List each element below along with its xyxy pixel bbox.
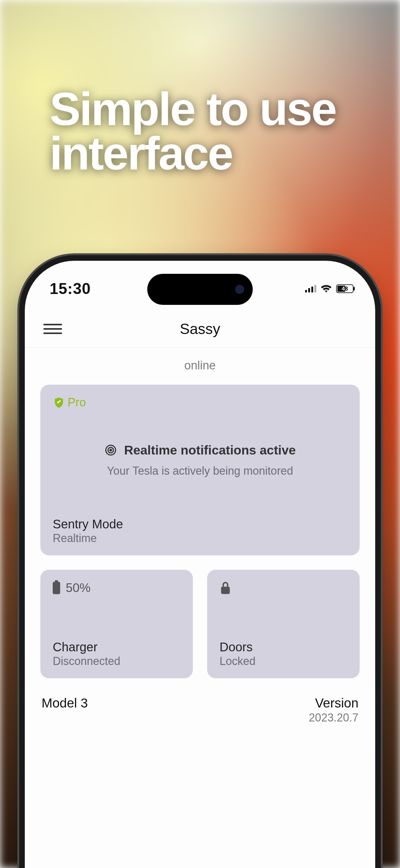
app-screen: 15:30 48 Sassy online xyxy=(25,261,375,868)
lock-icon xyxy=(220,581,231,594)
phone-frame: 15:30 48 Sassy online xyxy=(25,261,375,868)
version-label: Version xyxy=(309,696,359,711)
svg-rect-3 xyxy=(314,285,316,292)
battery-percent: 50% xyxy=(66,581,91,595)
target-icon xyxy=(104,444,117,457)
charger-status: Disconnected xyxy=(53,655,180,668)
hamburger-icon xyxy=(43,324,62,326)
notification-title: Realtime notifications active xyxy=(124,443,296,458)
dynamic-island xyxy=(147,274,253,305)
vehicle-footer: Model 3 Version 2023.20.7 xyxy=(40,678,360,724)
app-bar: Sassy xyxy=(25,310,375,348)
charger-card[interactable]: 50% Charger Disconnected xyxy=(40,570,193,678)
svg-rect-0 xyxy=(305,290,307,292)
doors-card[interactable]: Doors Locked xyxy=(207,570,360,678)
menu-button[interactable] xyxy=(43,320,62,338)
svg-point-6 xyxy=(110,449,112,451)
status-time: 15:30 xyxy=(49,280,91,298)
sentry-card-sub: Realtime xyxy=(53,532,347,545)
wifi-icon xyxy=(321,285,332,293)
battery-icon: 48 xyxy=(336,284,354,293)
cellular-signal-icon xyxy=(305,285,316,292)
battery-level: 48 xyxy=(342,286,348,292)
marketing-headline: Simple to use interface xyxy=(49,87,369,176)
doors-label: Doors xyxy=(220,640,347,654)
notification-subtitle: Your Tesla is actively being monitored xyxy=(107,464,293,477)
sentry-card-label: Sentry Mode xyxy=(53,517,347,531)
doors-status: Locked xyxy=(220,655,347,668)
svg-rect-2 xyxy=(311,286,313,292)
main-content: online Pro Realtime notifications active xyxy=(25,348,375,724)
sentry-mode-card[interactable]: Pro Realtime notifications active Your T… xyxy=(40,385,360,555)
vehicle-model: Model 3 xyxy=(41,696,88,711)
status-icons: 48 xyxy=(305,284,354,293)
battery-icon xyxy=(53,582,60,594)
svg-rect-1 xyxy=(308,288,310,292)
online-status: online xyxy=(40,348,360,385)
version-value: 2023.20.7 xyxy=(309,711,359,724)
svg-rect-7 xyxy=(221,587,230,594)
app-title: Sassy xyxy=(180,320,221,337)
charger-label: Charger xyxy=(53,640,180,654)
